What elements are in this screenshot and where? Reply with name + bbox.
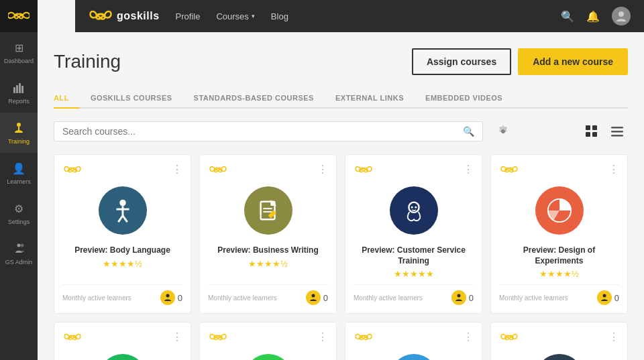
tab-embedded[interactable]: EMBEDDED VIDEOS — [415, 88, 513, 109]
card-menu-icon[interactable]: ⋮ — [608, 163, 619, 176]
search-input[interactable] — [62, 126, 463, 137]
card-header: ⋮ — [354, 163, 474, 176]
add-new-course-button[interactable]: Add a new course — [518, 48, 628, 75]
course-card[interactable]: ⋮ Preview: Course 6 ★★★★☆ Monthly active… — [199, 322, 337, 360]
list-view-button[interactable] — [606, 121, 628, 142]
course-icon — [244, 186, 292, 235]
learner-icon — [451, 290, 466, 305]
nav-blog[interactable]: Blog — [271, 11, 288, 21]
svg-rect-15 — [611, 135, 623, 137]
svg-rect-10 — [592, 125, 597, 130]
nav-profile[interactable]: Profile — [176, 11, 201, 21]
top-navigation: goskills Profile Courses ▾ Blog 🔍 🔔 — [75, 0, 644, 32]
learner-icon — [597, 290, 612, 305]
search-icon[interactable]: 🔍 — [561, 10, 574, 23]
goskills-logo — [62, 331, 83, 343]
card-menu-icon[interactable]: ⋮ — [317, 163, 328, 176]
tab-goskills[interactable]: GOSKILLS COURSES — [80, 88, 183, 109]
card-header: ⋮ — [62, 163, 182, 176]
course-rating: ★★★★★ — [354, 269, 474, 279]
card-footer: Monthly active learners 0 — [208, 284, 328, 305]
grid-view-button[interactable] — [581, 121, 602, 142]
svg-rect-12 — [592, 132, 597, 137]
course-icon — [99, 186, 147, 235]
sidebar-item-label: Settings — [8, 219, 30, 225]
sidebar-item-reports[interactable]: Reports — [0, 72, 38, 113]
card-menu-icon[interactable]: ⋮ — [608, 331, 619, 343]
sidebar-item-learners[interactable]: 👤 Learners — [0, 153, 38, 193]
logo[interactable] — [0, 0, 38, 32]
settings-icon: ⚙ — [11, 201, 26, 216]
svg-rect-13 — [611, 127, 623, 129]
course-card[interactable]: ⋮ Preview: Course 5 ★★★★☆ Monthly active… — [54, 322, 191, 360]
tab-standards[interactable]: STANDARDS-BASED COURSES — [183, 88, 325, 109]
card-menu-icon[interactable]: ⋮ — [463, 163, 474, 176]
svg-point-29 — [457, 294, 460, 298]
search-box[interactable]: 🔍 — [54, 121, 483, 141]
course-rating: ★★★★½ — [62, 259, 182, 269]
course-title: Preview: Body Language — [62, 245, 182, 256]
learner-icon — [306, 290, 321, 305]
assign-courses-button[interactable]: Assign courses — [412, 48, 511, 75]
learner-count-value: 0 — [178, 293, 182, 303]
sidebar-item-dashboard[interactable]: ⊞ Dashboard — [0, 32, 38, 72]
course-title: Preview: Business Writing — [208, 245, 328, 256]
goskills-logo — [208, 331, 228, 343]
svg-rect-3 — [21, 86, 23, 93]
card-header: ⋮ — [62, 331, 182, 343]
page-title: Training — [54, 51, 121, 72]
dashboard-icon: ⊞ — [11, 40, 26, 55]
learners-count: 0 — [451, 290, 474, 305]
card-header: ⋮ — [208, 331, 328, 343]
course-title: Preview: Customer Service Training — [354, 245, 474, 266]
course-icon — [99, 354, 147, 360]
card-footer: Monthly active learners 0 — [354, 284, 474, 305]
card-menu-icon[interactable]: ⋮ — [317, 331, 328, 343]
filter-settings-button[interactable] — [491, 119, 515, 143]
learner-count-value: 0 — [323, 293, 328, 303]
learners-icon: 👤 — [11, 161, 26, 176]
course-card[interactable]: ⋮ Preview: Body Language ★★★★½ Monthly a… — [54, 154, 191, 314]
card-header: ⋮ — [354, 331, 474, 343]
sidebar-item-gs-admin[interactable]: GS Admin — [0, 233, 38, 274]
course-card[interactable]: ⋮ Preview: Design of Experiments ★★★★½ M… — [490, 154, 628, 314]
course-card[interactable]: ⋮ Preview: Course 8 ★★★★☆ Monthly active… — [490, 322, 628, 360]
card-icon-wrap — [62, 186, 182, 235]
course-icon — [390, 354, 438, 360]
nav-courses[interactable]: Courses ▾ — [216, 11, 254, 21]
card-footer: Monthly active learners 0 — [62, 284, 182, 305]
course-rating: ★★★★½ — [208, 259, 328, 269]
svg-point-8 — [619, 11, 624, 17]
brand-logo[interactable]: goskills — [89, 9, 160, 23]
card-menu-icon[interactable]: ⋮ — [463, 331, 474, 343]
course-icon — [390, 186, 438, 235]
svg-rect-0 — [13, 87, 15, 93]
svg-rect-9 — [586, 125, 590, 130]
sidebar-item-training[interactable]: Training — [0, 113, 38, 153]
sidebar-item-label: Learners — [7, 178, 31, 185]
course-card[interactable]: ⋮ Preview: Business Writing ★★★★½ Monthl… — [199, 154, 337, 314]
tab-external[interactable]: EXTERNAL LINKS — [325, 88, 415, 109]
learners-count: 0 — [597, 290, 619, 305]
learners-label: Monthly active learners — [499, 294, 568, 302]
svg-point-27 — [411, 206, 413, 208]
course-card[interactable]: ⋮ Preview: Customer Service Training ★★★… — [345, 154, 482, 314]
sidebar-item-label: Reports — [8, 98, 30, 105]
card-menu-icon[interactable]: ⋮ — [172, 331, 182, 343]
card-icon-wrap — [208, 186, 328, 235]
tab-all[interactable]: ALL — [54, 88, 80, 109]
card-icon-wrap — [499, 354, 619, 360]
card-icon-wrap — [354, 186, 474, 235]
course-rating: ★★★★½ — [499, 269, 619, 279]
card-menu-icon[interactable]: ⋮ — [172, 163, 182, 176]
sidebar-item-settings[interactable]: ⚙ Settings — [0, 193, 38, 233]
learners-label: Monthly active learners — [62, 294, 131, 302]
learners-label: Monthly active learners — [354, 294, 423, 302]
course-title: Preview: Design of Experiments — [499, 245, 619, 266]
user-avatar[interactable] — [612, 7, 631, 25]
card-header: ⋮ — [499, 163, 619, 176]
bell-icon[interactable]: 🔔 — [586, 10, 600, 23]
goskills-logo — [499, 331, 519, 343]
page-header: Training Assign courses Add a new course — [54, 48, 628, 75]
course-card[interactable]: ⋮ Preview: Course 7 ★★★★☆ Monthly active… — [345, 322, 482, 360]
